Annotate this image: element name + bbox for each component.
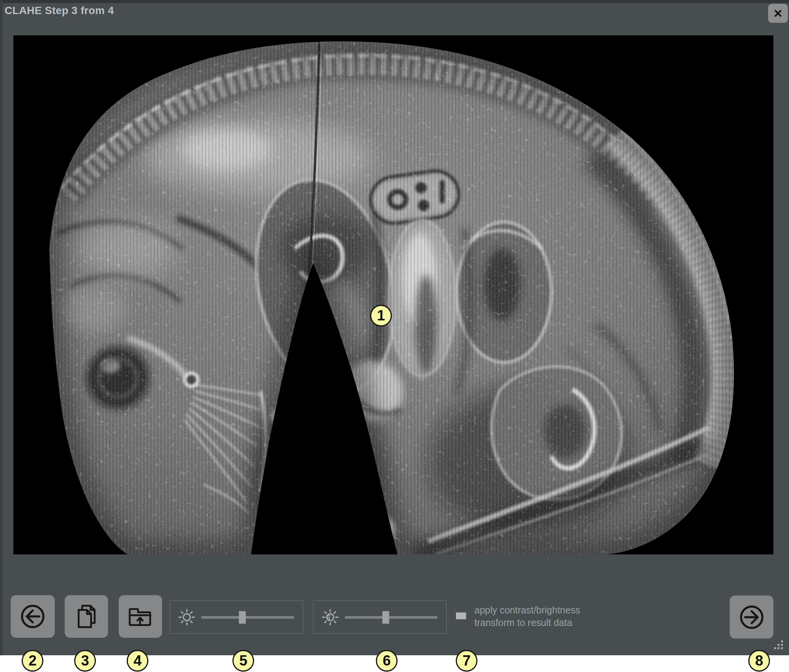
marker-label: 7 [463,653,471,669]
copy-pages-icon [72,602,101,631]
marker-label: 1 [377,307,385,324]
marker-label: 2 [29,653,37,669]
arrow-right-circle-icon [737,602,767,632]
folder-up-icon [126,602,155,631]
preview-image [13,35,773,554]
marker-label: 4 [134,653,142,669]
apply-transform-label-line2: transform to result data [474,616,604,629]
brightness-sun-icon [176,606,197,628]
annotation-marker-1: 1 [370,305,392,326]
annotation-marker-4: 4 [127,650,149,672]
annotation-marker-7: 7 [456,650,478,672]
contrast-slider-group [313,600,447,634]
apply-transform-checkbox[interactable] [456,612,466,619]
contrast-slider-track[interactable] [345,616,438,619]
annotation-marker-8: 8 [748,650,770,672]
close-icon: ✕ [773,7,783,20]
apply-transform-label-line1: apply contrast/brightness [474,604,604,616]
window-top-edge [0,0,789,3]
embryo-micrograph [13,35,773,554]
marker-label: 6 [383,653,391,669]
contrast-sun-icon [319,606,341,628]
annotation-marker-6: 6 [376,650,398,672]
marker-label: 3 [81,653,89,669]
apply-transform-label: apply contrast/brightness transform to r… [474,604,604,629]
dialog-title: CLAHE Step 3 from 4 [5,5,114,17]
arrow-left-circle-icon [18,602,48,631]
next-button[interactable] [730,595,773,638]
contrast-slider-handle[interactable] [382,611,389,624]
brightness-slider-group [170,600,303,634]
annotation-marker-3: 3 [74,650,96,672]
annotation-marker-2: 2 [22,650,43,672]
brightness-slider-handle[interactable] [239,611,246,624]
window-left-edge [0,0,3,655]
brightness-slider-track[interactable] [201,616,294,619]
annotation-marker-5: 5 [232,650,254,672]
resize-grip[interactable] [774,640,784,650]
marker-label: 5 [239,653,247,669]
export-folder-button[interactable] [119,595,162,638]
back-button[interactable] [11,595,55,638]
close-button[interactable]: ✕ [768,4,788,23]
marker-label: 8 [755,653,763,669]
clahe-dialog: CLAHE Step 3 from 4 ✕ [0,0,789,672]
copy-button[interactable] [65,595,108,638]
